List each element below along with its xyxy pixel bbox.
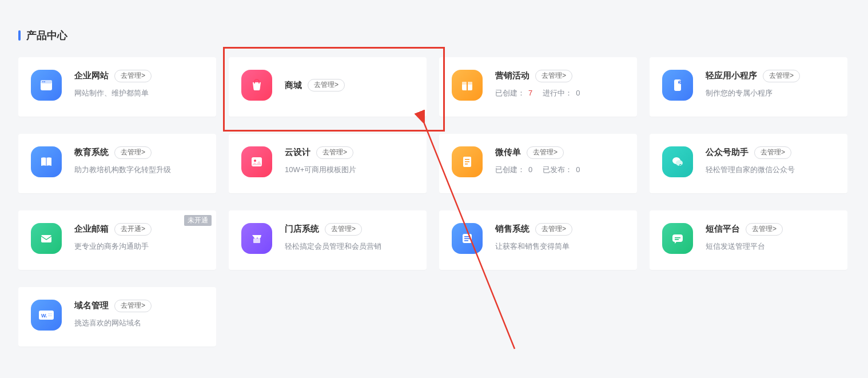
card-title: 销售系统 (495, 224, 529, 234)
manage-button[interactable]: 去管理> (308, 79, 345, 91)
svg-rect-23 (464, 238, 470, 240)
svg-rect-15 (465, 164, 468, 165)
card-title: 公众号助手 (706, 147, 748, 158)
stat-second-value: 0 (576, 89, 580, 97)
gift-icon (452, 70, 483, 101)
card-sales-system[interactable]: 销售系统 去管理> 让获客和销售变得简单 (439, 210, 637, 270)
card-desc: 制作您的专属小程序 (706, 88, 834, 98)
card-title: 营销活动 (495, 70, 529, 81)
card-store-system[interactable]: 门店系统 去管理> 轻松搞定会员管理和会员营销 (229, 210, 427, 270)
card-title: 教育系统 (74, 147, 109, 158)
svg-rect-6 (467, 82, 468, 90)
card-desc: 短信发送管理平台 (706, 241, 834, 252)
svg-rect-24 (464, 240, 468, 241)
card-title: 门店系统 (285, 224, 319, 234)
card-title: 云设计 (285, 147, 310, 158)
manage-button[interactable]: 去管理> (754, 146, 791, 159)
card-desc: 轻松搞定会员管理和会员营销 (285, 241, 413, 252)
card-education[interactable]: 教育系统 去管理> 助力教培机构数字化转型升级 (18, 134, 216, 193)
stat-created-value: 7 (528, 89, 532, 97)
card-desc: 挑选喜欢的网站域名 (74, 318, 202, 328)
website-icon (31, 70, 62, 101)
card-mall[interactable]: 商城 去管理> (229, 57, 427, 117)
svg-point-2 (42, 81, 43, 82)
card-desc: 更专业的商务沟通助手 (74, 241, 202, 252)
card-wechat-helper[interactable]: 公众号助手 去管理> 轻松管理自家的微信公众号 (650, 134, 847, 193)
manage-button[interactable]: 去管理> (114, 70, 152, 82)
card-title: 轻应用小程序 (706, 70, 757, 81)
card-title: 企业网站 (74, 70, 109, 81)
svg-rect-19 (41, 235, 51, 242)
svg-rect-26 (675, 237, 680, 238)
manage-button[interactable]: 去管理> (535, 70, 572, 82)
svg-point-17 (676, 160, 683, 166)
manage-button[interactable]: 去管理> (535, 223, 572, 236)
card-title: 企业邮箱 (74, 224, 109, 234)
svg-point-8 (678, 81, 682, 84)
svg-rect-27 (675, 239, 679, 240)
section-title-bar (18, 30, 21, 41)
section-title-text: 产品中心 (26, 29, 67, 42)
card-title: 商城 (285, 80, 302, 91)
domain-icon: W. (31, 300, 62, 331)
mail-icon (31, 223, 62, 254)
card-stats: 已创建： 0 已发布： 0 (495, 165, 623, 175)
card-desc: 让获客和销售变得简单 (495, 241, 623, 252)
stat-created-value: 0 (528, 165, 532, 174)
image-icon (241, 146, 272, 177)
stat-created-label: 已创建： (495, 88, 525, 98)
card-micro-leaflet[interactable]: 微传单 去管理> 已创建： 0 已发布： 0 (439, 134, 637, 193)
svg-text:W.: W. (41, 313, 47, 319)
stat-second-label: 已发布： (543, 165, 572, 175)
manage-button[interactable]: 去管理> (114, 300, 152, 312)
card-desc: 10W+可商用模板图片 (285, 165, 413, 175)
open-button[interactable]: 去开通> (114, 223, 152, 236)
svg-rect-14 (465, 161, 469, 162)
product-grid: 企业网站 去管理> 网站制作、维护都简单 商城 去管理> 营销活动 (18, 57, 853, 347)
svg-point-3 (44, 81, 45, 82)
manage-button[interactable]: 去管理> (763, 70, 800, 82)
manage-button[interactable]: 去管理> (527, 146, 564, 159)
card-title: 短信平台 (706, 224, 740, 234)
wechat-icon (662, 146, 693, 177)
card-desc: 轻松管理自家的微信公众号 (706, 165, 834, 175)
card-domain-manage[interactable]: W. 域名管理 去管理> 挑选喜欢的网站域名 (18, 287, 216, 347)
svg-rect-20 (253, 238, 260, 243)
stat-second-label: 进行中： (543, 88, 572, 98)
stat-created-label: 已创建： (495, 165, 525, 175)
card-enterprise-site[interactable]: 企业网站 去管理> 网站制作、维护都简单 (18, 57, 216, 117)
card-title: 域名管理 (74, 300, 109, 311)
manage-button[interactable]: 去管理> (325, 223, 362, 236)
stat-second-value: 0 (576, 165, 580, 174)
shopping-bag-icon (241, 70, 272, 101)
svg-rect-30 (48, 313, 52, 314)
miniapp-icon (662, 70, 693, 101)
card-miniapp[interactable]: 轻应用小程序 去管理> 制作您的专属小程序 (650, 57, 847, 117)
card-enterprise-mail[interactable]: 未开通 企业邮箱 去开通> 更专业的商务沟通助手 (18, 210, 216, 270)
svg-rect-13 (465, 159, 469, 160)
list-icon (452, 223, 483, 254)
badge-unopened: 未开通 (184, 215, 212, 226)
svg-rect-31 (48, 316, 52, 316)
svg-point-11 (254, 160, 256, 162)
card-title: 微传单 (495, 147, 521, 158)
card-cloud-design[interactable]: 云设计 去管理> 10W+可商用模板图片 (229, 134, 427, 193)
manage-button[interactable]: 去管理> (746, 223, 783, 236)
store-icon (241, 223, 272, 254)
chat-icon (662, 223, 693, 254)
book-icon (31, 146, 62, 177)
card-marketing[interactable]: 营销活动 去管理> 已创建： 7 进行中： 0 (439, 57, 637, 117)
card-desc: 助力教培机构数字化转型升级 (74, 165, 202, 175)
svg-rect-22 (464, 236, 470, 237)
card-sms-platform[interactable]: 短信平台 去管理> 短信发送管理平台 (650, 210, 847, 270)
manage-button[interactable]: 去管理> (114, 146, 152, 159)
card-stats: 已创建： 7 进行中： 0 (495, 88, 623, 98)
manage-button[interactable]: 去管理> (316, 146, 353, 159)
document-icon (452, 146, 483, 177)
section-title: 产品中心 (18, 29, 853, 42)
card-desc: 网站制作、维护都简单 (74, 88, 202, 98)
